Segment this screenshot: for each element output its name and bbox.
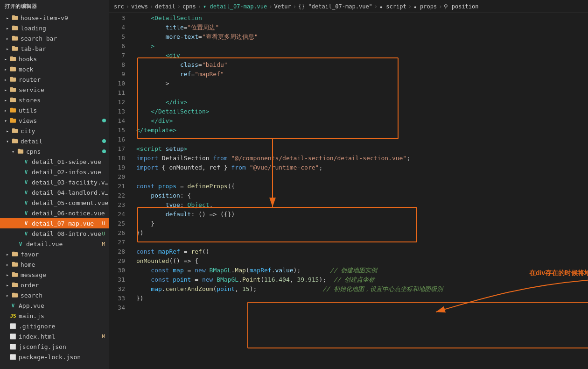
sidebar-item-label: utils <box>19 107 109 114</box>
sidebar-item-label: main.js <box>19 312 109 319</box>
arrow-icon <box>2 96 9 104</box>
code-line: 27 <box>109 237 588 247</box>
folder-icon <box>11 250 19 258</box>
sidebar-item-loading[interactable]: loading <box>0 23 109 33</box>
sidebar-item-order[interactable]: order <box>0 280 109 290</box>
sidebar-item-label: detail_01-swipe.vue <box>32 158 109 165</box>
sidebar-item-views[interactable]: views <box>0 115 109 126</box>
sidebar-item-detail04[interactable]: V detail_04-landlord.vue <box>0 187 109 198</box>
sidebar-item-house-item-v9[interactable]: house-item-v9 <box>0 13 109 23</box>
sidebar-item-cpns[interactable]: cpns <box>0 146 109 156</box>
sidebar-item-detail08[interactable]: V detail_08-intro.vue U <box>0 228 109 239</box>
folder-icon <box>11 261 19 268</box>
arrow-icon <box>4 137 11 145</box>
code-line: 16 <box>109 135 588 144</box>
sidebar-item-detail07[interactable]: V detail_07-map.vue U <box>0 218 109 228</box>
vue-file-icon: V <box>22 199 30 206</box>
sidebar-item-detail02[interactable]: V detail_02-infos.vue <box>0 167 109 177</box>
sidebar-item-jsconfig[interactable]: ⬜ jsconfig.json <box>0 341 109 352</box>
code-line: 19 import { onMounted, ref } from "@vue/… <box>109 163 588 172</box>
vue-file-icon: V <box>22 230 30 237</box>
vue-file-icon: V <box>22 220 30 227</box>
sidebar-item-label: App.vue <box>19 302 109 309</box>
vue-file-icon: V <box>22 189 30 196</box>
sidebar-item-router[interactable]: router <box>0 74 109 85</box>
arrow-icon <box>2 117 9 124</box>
sidebar-item-detail[interactable]: detail <box>0 136 109 146</box>
modified-dot <box>102 149 106 153</box>
vue-file-icon: V <box>22 209 30 217</box>
breadcrumb: src › views › detail › cpns › ▾ detail_0… <box>109 0 588 13</box>
code-line: 26 }) <box>109 228 588 237</box>
sidebar-item-gitignore[interactable]: ⬜ .gitignore <box>0 321 109 331</box>
code-line line-highlight: 23 type: Object, <box>109 200 588 209</box>
sidebar-item-hooks[interactable]: hooks <box>0 54 109 64</box>
code-line: 18 import DetailSection from "@/componen… <box>109 153 588 163</box>
arrow-icon <box>4 250 11 258</box>
sidebar-item-stores[interactable]: stores <box>0 95 109 105</box>
sidebar-item-label: city <box>21 128 109 135</box>
sidebar-item-utils[interactable]: utils <box>0 105 109 115</box>
folder-icon <box>11 281 19 289</box>
sidebar-item-message[interactable]: message <box>0 270 109 280</box>
sidebar-item-label: message <box>21 271 109 278</box>
sidebar-item-detail01[interactable]: V detail_01-swipe.vue <box>0 156 109 167</box>
sidebar-item-label: favor <box>21 251 109 258</box>
vue-file-icon: V <box>22 168 30 176</box>
folder-icon <box>9 65 17 73</box>
sidebar-item-detail05[interactable]: V detail_05-comment.vue <box>0 198 109 208</box>
sidebar-item-main-js[interactable]: JS main.js <box>0 311 109 321</box>
sidebar-item-label: package-lock.json <box>19 354 109 361</box>
sidebar: 打开的编辑器 house-item-v9 loading search-bar … <box>0 0 109 369</box>
sidebar-item-label: router <box>19 76 109 83</box>
sidebar-item-label: detail <box>21 138 102 145</box>
sidebar-item-label: .gitignore <box>19 323 109 330</box>
sidebar-item-detail-vue[interactable]: V detail.vue M <box>0 239 109 249</box>
arrow-icon <box>4 24 11 32</box>
code-area[interactable]: 在div存在的时候将地图挂上去 3 <DetailSection <box>109 13 588 369</box>
sidebar-item-city[interactable]: city <box>0 126 109 136</box>
sidebar-item-detail03[interactable]: V detail_03-facility.vue <box>0 177 109 187</box>
sidebar-item-label: detail_04-landlord.vue <box>32 189 109 196</box>
sidebar-item-search[interactable]: search <box>0 290 109 300</box>
vue-file-icon: V <box>22 158 30 165</box>
sidebar-item-tab-bar[interactable]: tab-bar <box>0 43 109 54</box>
sidebar-item-index-html[interactable]: ⬜ index.html M <box>0 331 109 341</box>
folder-icon <box>11 14 19 21</box>
folder-icon <box>9 117 17 124</box>
code-line: 13 </DetailSection> <box>109 106 588 116</box>
file-badge: U <box>102 220 105 227</box>
sidebar-item-service[interactable]: service <box>0 85 109 95</box>
folder-icon <box>11 35 19 42</box>
folder-icon <box>11 45 19 52</box>
sidebar-item-app-vue[interactable]: V App.vue <box>0 300 109 311</box>
sidebar-item-label: loading <box>21 25 109 32</box>
file-icon: ⬜ <box>9 322 17 330</box>
code-line: 25 } <box>109 219 588 228</box>
arrow-icon <box>4 261 11 268</box>
folder-icon <box>17 148 24 155</box>
arrow-icon <box>2 55 9 63</box>
sidebar-item-search-bar[interactable]: search-bar <box>0 33 109 43</box>
sidebar-item-favor[interactable]: favor <box>0 249 109 259</box>
sidebar-item-label: views <box>19 117 102 124</box>
code-line: 33 }) <box>109 293 588 303</box>
sidebar-item-mock[interactable]: mock <box>0 64 109 74</box>
arrow-icon <box>4 14 11 21</box>
sidebar-item-label: cpns <box>26 148 102 155</box>
sidebar-item-home[interactable]: home <box>0 259 109 270</box>
sidebar-item-detail06[interactable]: V detail_06-notice.vue <box>0 208 109 218</box>
sidebar-item-label: search-bar <box>21 35 109 42</box>
code-line: 30 const map = new BMapGL.Map(mapRef.val… <box>109 265 588 275</box>
folder-icon <box>9 106 17 114</box>
sidebar-item-package-lock[interactable]: ⬜ package-lock.json <box>0 352 109 362</box>
code-table: 3 <DetailSection 4 title="位置周边" 5 more-t… <box>109 13 588 312</box>
sidebar-item-label: detail_06-notice.vue <box>32 210 109 217</box>
sidebar-title: 打开的编辑器 <box>0 0 109 13</box>
folder-icon <box>11 291 19 299</box>
code-line: 12 </div> <box>109 97 588 106</box>
sidebar-item-label: order <box>21 282 109 289</box>
json-file-icon: ⬜ <box>9 353 17 361</box>
vue-file-icon: V <box>17 240 24 248</box>
sidebar-item-label: detail_08-intro.vue <box>32 230 102 237</box>
